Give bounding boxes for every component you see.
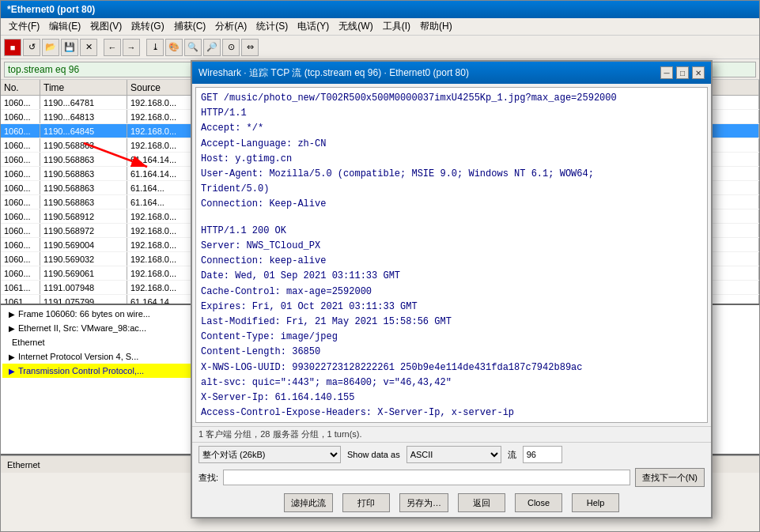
dialog-close-button[interactable]: ✕ xyxy=(692,66,705,79)
forward-button[interactable]: → xyxy=(123,39,140,56)
menu-view[interactable]: 视图(V) xyxy=(85,18,127,35)
cell-no: 1060... xyxy=(1,266,40,280)
menu-capture[interactable]: 捕获(C) xyxy=(169,18,211,35)
dialog-status-text: 1 客户端 分组，28 服务器 分组，1 turn(s). xyxy=(199,428,362,440)
cell-time: 1190.569004 xyxy=(40,238,127,251)
cell-no: 1060... xyxy=(1,110,40,123)
main-window: *Ethernet0 (port 80) 文件(F) 编辑(E) 视图(V) 跳… xyxy=(0,0,760,532)
filter-stream-button[interactable]: 滤掉此流 xyxy=(284,493,333,512)
cell-time: 1190...64845 xyxy=(40,124,127,138)
flow-number-input[interactable] xyxy=(523,446,562,463)
cell-no: 1060... xyxy=(1,224,40,237)
header-no: No. xyxy=(1,80,40,95)
dialog-content-line: alt-svc: quic=":443"; ma=86400; v="46,43… xyxy=(201,375,702,391)
dialog-content-line: Server: NWS_TCloud_PX xyxy=(201,239,702,254)
conversation-select[interactable]: 整个对话 (26kB) xyxy=(199,446,341,463)
stop-capture-button[interactable]: ■ xyxy=(4,39,21,56)
dialog-title-controls: ─ □ ✕ xyxy=(660,66,705,79)
menu-stats[interactable]: 统计(S) xyxy=(251,18,293,35)
dialog-content-line: Expires: Fri, 01 Oct 2021 03:11:33 GMT xyxy=(201,300,702,315)
dialog-bottom-buttons: 滤掉此流 打印 另存为… 返回 Close Help xyxy=(192,490,711,517)
cell-time: 1191.007948 xyxy=(40,281,127,294)
tree-item-frame-label: Frame 106060: 66 bytes on wire... xyxy=(18,309,150,319)
cell-no: 1060... xyxy=(1,124,40,138)
dialog-maximize-button[interactable]: □ xyxy=(676,66,689,79)
tree-item-frame[interactable]: ▶ Frame 106060: 66 bytes on wire... xyxy=(2,307,211,321)
menu-analyze[interactable]: 分析(A) xyxy=(210,18,251,35)
colorize-button[interactable]: 🎨 xyxy=(165,39,183,56)
menu-edit[interactable]: 编辑(E) xyxy=(44,18,85,35)
scroll-end-button[interactable]: ⤓ xyxy=(146,39,164,56)
dialog-content-line: X-Server-Ip: 61.164.140.155 xyxy=(201,391,702,406)
cell-no: 1061... xyxy=(1,281,40,294)
cell-no: 1060... xyxy=(1,195,40,209)
dialog-content-line: Content-Type: image/jpeg xyxy=(201,330,702,345)
tcp-stream-dialog: Wireshark · 追踪 TCP 流 (tcp.stream eq 96) … xyxy=(191,60,713,519)
tree-item-tcp[interactable]: ▶ Transmission Control Protocol,... xyxy=(2,364,211,378)
menu-wireless[interactable]: 无线(W) xyxy=(334,18,377,35)
save-as-button[interactable]: 另存为… xyxy=(399,493,448,512)
dialog-minimize-button[interactable]: ─ xyxy=(660,66,673,79)
zoom-out-button[interactable]: 🔎 xyxy=(203,39,221,56)
find-next-button[interactable]: 查找下一个(N) xyxy=(635,468,705,487)
close-file-button[interactable]: ✕ xyxy=(80,39,97,56)
dialog-content-line: Cache-Control: max-age=2592000 xyxy=(201,285,702,300)
cell-no: 1060... xyxy=(1,167,40,180)
dialog-title-text: Wireshark · 追踪 TCP 流 (tcp.stream eq 96) … xyxy=(199,66,469,80)
dialog-content-line: Content-Length: 36850 xyxy=(201,345,702,360)
menu-bar: 文件(F) 编辑(E) 视图(V) 跳转(G) 捕获(C) 分析(A) 统计(S… xyxy=(1,18,759,36)
toolbar: ■ ↺ 📂 💾 ✕ ← → ⤓ 🎨 🔍 🔎 ⊙ ⇔ xyxy=(1,36,759,59)
tree-item-ip-label: Internet Protocol Version 4, S... xyxy=(18,352,138,361)
menu-file[interactable]: 文件(F) xyxy=(4,18,44,35)
tree-item-ethernet-plain[interactable]: Ethernet xyxy=(2,335,211,349)
tree-item-ethernet-label: Ethernet II, Src: VMware_98:ac... xyxy=(18,323,146,333)
detail-tree: ▶ Frame 106060: 66 bytes on wire... ▶ Et… xyxy=(1,305,214,454)
cell-time: 1190.568863 xyxy=(40,181,127,194)
dialog-content-line: Keep-Alive: timeout=30 xyxy=(201,421,702,423)
close-button[interactable]: Close xyxy=(515,493,562,512)
flow-label: 流 xyxy=(508,449,516,461)
show-data-select[interactable]: ASCII xyxy=(406,446,501,463)
back-button[interactable]: ← xyxy=(104,39,121,56)
main-title-bar: *Ethernet0 (port 80) xyxy=(1,1,759,18)
tree-item-ip[interactable]: ▶ Internet Protocol Version 4, S... xyxy=(2,349,211,364)
tree-item-ethernet-plain-label: Ethernet xyxy=(12,338,45,347)
cell-no: 1060... xyxy=(1,252,40,266)
cell-no: 1060... xyxy=(1,238,40,251)
back-button[interactable]: 返回 xyxy=(458,493,505,512)
dialog-title-bar: Wireshark · 追踪 TCP 流 (tcp.stream eq 96) … xyxy=(192,62,711,84)
dialog-content-area[interactable]: GET /music/photo_new/T002R500x500M000003… xyxy=(195,87,708,423)
header-time: Time xyxy=(40,80,127,95)
zoom-in-button[interactable]: 🔍 xyxy=(184,39,202,56)
cell-time: 1190.569061 xyxy=(40,266,127,280)
status-ethernet: Ethernet xyxy=(7,460,40,470)
cell-no: 1060... xyxy=(1,96,40,109)
menu-goto[interactable]: 跳转(G) xyxy=(127,18,168,35)
cell-time: 1191.075799 xyxy=(40,295,127,305)
menu-phone[interactable]: 电话(Y) xyxy=(293,18,334,35)
cell-time: 1190.568912 xyxy=(40,209,127,223)
menu-help[interactable]: 帮助(H) xyxy=(415,18,457,35)
main-title: *Ethernet0 (port 80) xyxy=(7,4,95,15)
print-button[interactable]: 打印 xyxy=(342,493,390,512)
dialog-content-line: Host: y.gtimg.cn xyxy=(201,152,702,167)
open-button[interactable]: 📂 xyxy=(42,39,59,56)
cell-time: 1190.568863 xyxy=(40,167,127,180)
tree-item-ethernet[interactable]: ▶ Ethernet II, Src: VMware_98:ac... xyxy=(2,321,211,335)
restart-button[interactable]: ↺ xyxy=(23,39,40,56)
dialog-content-line xyxy=(201,213,702,224)
save-button[interactable]: 💾 xyxy=(61,39,78,56)
zoom-reset-button[interactable]: ⊙ xyxy=(222,39,240,56)
menu-tools[interactable]: 工具(I) xyxy=(378,18,415,35)
dialog-content-line: Connection: keep-alive xyxy=(201,254,702,269)
dialog-content-line: GET /music/photo_new/T002R500x500M000003… xyxy=(201,91,702,106)
cell-no: 1061... xyxy=(1,295,40,305)
dialog-content-line: Accept-Language: zh-CN xyxy=(201,137,702,152)
cell-time: 1190.569032 xyxy=(40,252,127,266)
help-button[interactable]: Help xyxy=(572,493,619,512)
search-input[interactable] xyxy=(223,470,630,485)
resize-button[interactable]: ⇔ xyxy=(241,39,259,56)
dialog-content-line: Trident/5.0) xyxy=(201,182,702,197)
cell-time: 1190.568863 xyxy=(40,153,127,166)
tree-item-tcp-label: Transmission Control Protocol,... xyxy=(18,366,144,375)
